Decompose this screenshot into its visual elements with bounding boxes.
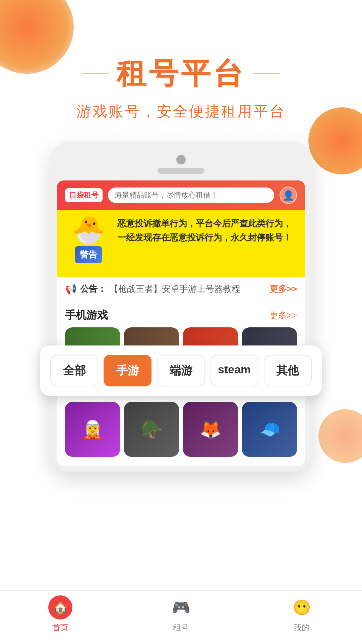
- hero-title-row: 租号平台: [0, 54, 362, 94]
- search-input[interactable]: [108, 187, 274, 203]
- phone-speaker: [158, 168, 204, 174]
- announcement-icon: 📢: [65, 283, 77, 294]
- nav-mine[interactable]: 😶 我的: [290, 595, 314, 633]
- phone-mockup: 口袋租号 👤 🐣 警告 恶意投诉撤单行为，平台今后严查此类行为，一经发现存在恶意…: [50, 142, 312, 472]
- app-content: 口袋租号 👤 🐣 警告 恶意投诉撤单行为，平台今后严查此类行为，一经发现存在恶意…: [57, 180, 305, 466]
- announcement-more[interactable]: 更多>>: [269, 283, 297, 295]
- game-icon-g7: [183, 402, 238, 457]
- g8-emoji: [259, 419, 281, 440]
- g5-emoji: [82, 419, 104, 440]
- tab-mobile[interactable]: 手游: [104, 355, 152, 386]
- warning-badge: 警告: [75, 246, 102, 263]
- game-icon-g8: [242, 402, 297, 457]
- mine-label: 我的: [294, 622, 310, 633]
- nav-home[interactable]: 🏠 首页: [48, 595, 72, 633]
- deco-circle-bottomright: [318, 409, 362, 463]
- game-item-g8[interactable]: [242, 402, 297, 460]
- nav-rent[interactable]: 🎮 租号: [169, 595, 193, 633]
- app-header: 口袋租号 👤: [57, 180, 305, 210]
- phone-camera: [176, 155, 186, 164]
- hero-title-text: 租号平台: [117, 54, 245, 94]
- mobile-games-header: 手机游戏 更多>>: [57, 301, 305, 327]
- home-icon: 🏠: [48, 595, 72, 620]
- rent-icon: 🎮: [169, 595, 193, 620]
- game-icon-g5: [65, 402, 120, 457]
- app-logo: 口袋租号: [65, 188, 103, 202]
- game-icon-g6: [124, 402, 179, 457]
- hero-section: 租号平台 游戏账号，安全便捷租用平台: [0, 0, 362, 121]
- game-grid-row2: [57, 402, 305, 466]
- tab-pc[interactable]: 端游: [157, 355, 205, 386]
- game-item-g7[interactable]: [183, 402, 238, 460]
- tab-all[interactable]: 全部: [50, 355, 98, 386]
- game-item-g6[interactable]: [124, 402, 179, 460]
- tab-other[interactable]: 其他: [264, 355, 312, 386]
- announcement-text: 【枪战王者】安卓手游上号器教程: [110, 283, 266, 295]
- mine-icon: 😶: [290, 595, 314, 620]
- tab-steam[interactable]: steam: [210, 355, 258, 386]
- hero-subtitle: 游戏账号，安全便捷租用平台: [0, 102, 362, 121]
- g6-emoji: [141, 419, 163, 440]
- warning-mascot: 🐣 警告: [65, 217, 112, 263]
- home-label: 首页: [52, 622, 68, 633]
- title-line-left: [82, 73, 109, 74]
- phone-notch: [57, 155, 305, 174]
- avatar-icon[interactable]: 👤: [280, 186, 297, 204]
- tabs-card: 全部 手游 端游 steam 其他: [40, 345, 322, 396]
- announcement-bar[interactable]: 📢 公告： 【枪战王者】安卓手游上号器教程 更多>>: [57, 277, 305, 301]
- bottom-nav: 🏠 首页 🎮 租号 😶 我的: [0, 590, 362, 644]
- rent-label: 租号: [173, 622, 189, 633]
- announcement-label: 公告：: [80, 283, 106, 295]
- warning-banner: 🐣 警告 恶意投诉撤单行为，平台今后严查此类行为，一经发现存在恶意投诉行为，永久…: [57, 210, 305, 277]
- game-item-g5[interactable]: [65, 402, 120, 460]
- mobile-games-title: 手机游戏: [65, 308, 108, 323]
- mascot-emoji: 🐣: [72, 217, 105, 244]
- g7-emoji: [200, 419, 222, 440]
- mobile-games-more[interactable]: 更多>>: [269, 310, 297, 321]
- title-line-right: [253, 73, 280, 74]
- warning-text: 恶意投诉撤单行为，平台今后严查此类行为，一经发现存在恶意投诉行为，永久封停账号！: [117, 217, 297, 245]
